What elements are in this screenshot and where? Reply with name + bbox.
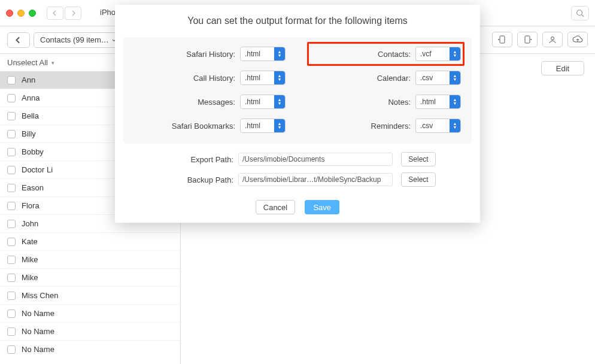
checkbox[interactable] (7, 148, 16, 156)
nav-back-button[interactable] (47, 7, 63, 20)
checkbox[interactable] (7, 327, 16, 336)
format-label: Calendar: (377, 74, 411, 83)
backup-path-select-button[interactable]: Select (401, 172, 436, 187)
contact-name: Flora (22, 201, 40, 210)
format-reminders: Reminders: .csv ▲▼ (309, 119, 461, 133)
checkbox[interactable] (7, 220, 16, 228)
export-path-row: Export Path: Select (126, 152, 469, 166)
backup-path-label: Backup Path: (126, 175, 233, 184)
stepper-arrows-icon: ▲▼ (274, 47, 285, 60)
close-window-button[interactable] (6, 10, 13, 17)
select-all-label: Unselect All (7, 58, 48, 67)
format-safari-history: Safari History: .html ▲▼ (134, 47, 286, 61)
dialog-title: You can set the output format for the fo… (115, 5, 480, 34)
format-select-call-history[interactable]: .html ▲▼ (240, 71, 286, 85)
svg-line-1 (582, 14, 584, 17)
contact-name: Anna (22, 93, 40, 102)
back-button[interactable] (7, 32, 30, 48)
contact-row[interactable]: Kate (0, 232, 180, 250)
output-format-dialog: You can set the output format for the fo… (115, 5, 480, 223)
cloud-button[interactable] (567, 32, 588, 47)
search-icon (576, 9, 584, 17)
format-label: Safari Bookmarks: (172, 122, 235, 131)
contact-name: No Name (22, 309, 54, 318)
format-label: Contacts: (378, 50, 411, 59)
format-safari-bookmarks: Safari Bookmarks: .html ▲▼ (134, 119, 286, 133)
format-select-calendar[interactable]: .csv ▲▼ (415, 71, 461, 85)
checkbox[interactable] (7, 166, 16, 174)
contact-row[interactable]: No Name (0, 304, 180, 322)
format-messages: Messages: .html ▲▼ (134, 95, 286, 109)
checkbox[interactable] (7, 274, 16, 282)
format-select-contacts[interactable]: .vcf ▲▼ (415, 47, 461, 61)
format-notes: Notes: .html ▲▼ (309, 95, 461, 109)
format-label: Messages: (198, 98, 235, 107)
stepper-arrows-icon: ▲▼ (450, 47, 460, 60)
contact-name: Bobby (22, 147, 44, 156)
contact-name: John (22, 219, 38, 228)
svg-rect-2 (500, 36, 505, 43)
maximize-window-button[interactable] (29, 10, 36, 17)
contact-name: Mike (22, 273, 38, 282)
contact-row[interactable]: Mike (0, 268, 180, 286)
contact-name: Eason (22, 183, 44, 192)
breadcrumb-label: Contacts (99 item… (40, 35, 109, 44)
format-select-safari-bookmarks[interactable]: .html ▲▼ (240, 119, 286, 133)
format-select-safari-history[interactable]: .html ▲▼ (240, 47, 286, 61)
svg-rect-3 (525, 36, 530, 43)
contact-name: Mike (22, 255, 38, 264)
breadcrumb-select[interactable]: Contacts (99 item… (34, 32, 122, 48)
stepper-arrows-icon: ▲▼ (450, 71, 460, 84)
checkbox[interactable] (7, 310, 16, 318)
contact-name: Miss Chen (22, 291, 58, 300)
export-path-select-button[interactable]: Select (401, 152, 436, 166)
search-button[interactable] (571, 6, 589, 20)
stepper-arrows-icon: ▲▼ (274, 119, 285, 132)
minimize-window-button[interactable] (17, 10, 25, 17)
contact-name: Kate (22, 237, 38, 246)
contact-row[interactable]: Mike (0, 250, 180, 268)
checkbox[interactable] (7, 202, 16, 210)
checkbox[interactable] (7, 345, 16, 354)
save-button[interactable]: Save (305, 200, 339, 214)
format-label: Reminders: (371, 122, 411, 131)
contact-row[interactable]: No Name (0, 322, 180, 340)
format-grid: Safari History: .html ▲▼ Contacts: .vcf … (123, 37, 472, 144)
backup-path-row: Backup Path: Select (126, 172, 469, 187)
paths-section: Export Path: Select Backup Path: Select (115, 144, 480, 195)
edit-button[interactable]: Edit (541, 61, 584, 75)
format-select-notes[interactable]: .html ▲▼ (415, 95, 461, 109)
contact-row[interactable]: No Name (0, 340, 180, 358)
to-device-button[interactable] (492, 32, 512, 47)
contact-row[interactable]: Miss Chen (0, 286, 180, 304)
contact-button[interactable] (542, 32, 563, 47)
checkbox[interactable] (7, 112, 16, 120)
checkbox[interactable] (7, 76, 16, 84)
checkbox[interactable] (7, 130, 16, 138)
contact-name: No Name (22, 327, 54, 336)
export-path-label: Export Path: (126, 155, 233, 164)
checkbox[interactable] (7, 184, 16, 192)
stepper-arrows-icon: ▲▼ (274, 95, 285, 108)
edit-label: Edit (556, 64, 569, 73)
stepper-arrows-icon: ▲▼ (450, 95, 460, 108)
format-label: Call History: (193, 74, 235, 83)
cancel-button[interactable]: Cancel (256, 200, 295, 214)
nav-forward-button[interactable] (65, 7, 81, 20)
contact-name: Bella (22, 111, 39, 120)
stepper-arrows-icon: ▲▼ (274, 71, 285, 84)
format-label: Notes: (388, 98, 411, 107)
checkbox[interactable] (7, 256, 16, 264)
checkbox[interactable] (7, 94, 16, 102)
chevron-down-icon: ▾ (51, 60, 54, 66)
export-path-input[interactable] (238, 153, 393, 166)
from-device-button[interactable] (517, 32, 538, 47)
checkbox[interactable] (7, 238, 16, 246)
backup-path-input[interactable] (238, 173, 393, 186)
nav-arrows (47, 7, 81, 20)
svg-point-4 (551, 37, 554, 40)
checkbox[interactable] (7, 292, 16, 300)
format-select-messages[interactable]: .html ▲▼ (240, 95, 286, 109)
format-select-reminders[interactable]: .csv ▲▼ (415, 119, 461, 133)
format-label: Safari History: (186, 50, 235, 59)
